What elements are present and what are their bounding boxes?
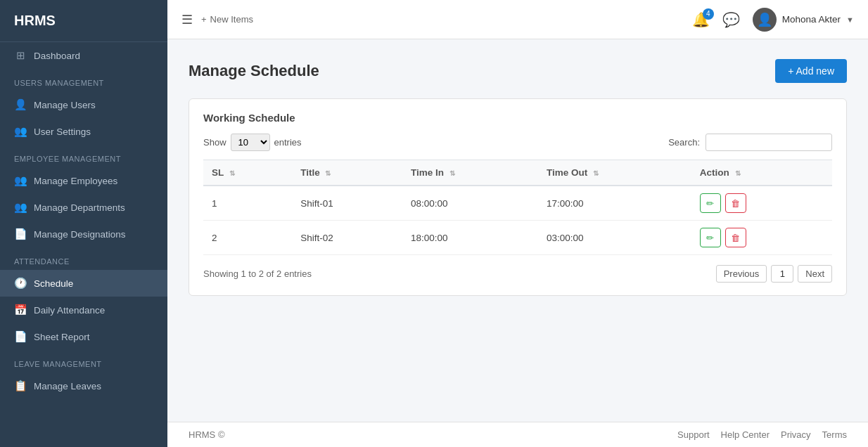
pagination: Previous 1 Next <box>716 265 832 283</box>
col-action: Action ⇅ <box>691 160 832 186</box>
sidebar-item-label: Daily Attendance <box>34 305 105 316</box>
cell-title: Shift-01 <box>292 186 402 221</box>
footer-link-terms[interactable]: Terms <box>822 429 847 440</box>
sidebar-item-label: Manage Designations <box>34 229 126 240</box>
main-area: ☰ + New Items 🔔 4 💬 👤 Mohona Akter ▼ Man… <box>167 0 868 447</box>
dashboard-icon: ⊞ <box>14 49 27 62</box>
new-items-button[interactable]: + New Items <box>201 14 253 25</box>
designations-icon: 📄 <box>14 228 27 240</box>
card-title: Working Schedule <box>203 112 832 124</box>
topbar-right: 🔔 4 💬 👤 Mohona Akter ▼ <box>692 8 854 32</box>
table-header-row: SL ⇅ Title ⇅ Time In ⇅ Time Out ⇅ Action… <box>203 160 832 186</box>
sidebar-item-dashboard[interactable]: ⊞ Dashboard <box>0 42 167 69</box>
showing-text: Showing 1 to 2 of 2 entries <box>203 268 312 279</box>
notification-button[interactable]: 🔔 4 <box>692 11 710 28</box>
sidebar-item-manage-departments[interactable]: 👥 Manage Departments <box>0 194 167 221</box>
plus-icon: + <box>201 14 207 25</box>
new-items-label: New Items <box>210 14 253 25</box>
add-new-button[interactable]: + Add new <box>775 59 847 83</box>
sidebar-item-manage-employees[interactable]: 👥 Manage Employees <box>0 167 167 194</box>
user-icon: 👤 <box>14 98 27 111</box>
search-label: Search: <box>668 137 700 148</box>
entries-label: entries <box>274 137 302 148</box>
show-entries-control: Show 10 25 50 100 entries <box>203 134 302 151</box>
leaves-icon: 📋 <box>14 380 27 392</box>
footer: HRMS © Support Help Center Privacy Terms <box>167 422 868 447</box>
cell-sl: 1 <box>203 186 292 221</box>
sort-icon: ⇅ <box>325 169 331 177</box>
cell-action: ✏ 🗑 <box>691 221 832 255</box>
employees-icon: 👥 <box>14 174 27 187</box>
user-menu[interactable]: 👤 Mohona Akter ▼ <box>753 8 854 32</box>
delete-button[interactable]: 🗑 <box>725 193 746 213</box>
sidebar-logo: HRMS <box>0 0 167 42</box>
page-header: Manage Schedule + Add new <box>189 59 847 83</box>
sidebar-section-leave-management: Leave Management <box>0 350 167 372</box>
footer-copyright: HRMS © <box>189 429 224 440</box>
notification-badge: 4 <box>703 8 714 20</box>
sidebar-section-users-management: Users Management <box>0 69 167 91</box>
table-footer: Showing 1 to 2 of 2 entries Previous 1 N… <box>203 265 832 283</box>
sidebar-item-label: Dashboard <box>34 51 80 61</box>
table-row: 2 Shift-02 18:00:00 03:00:00 ✏ 🗑 <box>203 221 832 255</box>
col-time-in: Time In ⇅ <box>402 160 538 186</box>
col-sl: SL ⇅ <box>203 160 292 186</box>
edit-button[interactable]: ✏ <box>700 228 721 247</box>
sidebar-item-label: Schedule <box>34 278 73 289</box>
sidebar-item-label: Sheet Report <box>34 332 90 342</box>
sidebar-section-attendance: Attendance <box>0 247 167 270</box>
col-title: Title ⇅ <box>292 160 402 186</box>
schedule-icon: 🕐 <box>14 277 27 290</box>
footer-link-support[interactable]: Support <box>677 429 710 440</box>
sidebar: HRMS ⊞ Dashboard Users Management 👤 Mana… <box>0 0 167 447</box>
table-row: 1 Shift-01 08:00:00 17:00:00 ✏ 🗑 <box>203 186 832 221</box>
report-icon: 📄 <box>14 330 27 343</box>
search-box: Search: <box>668 134 832 151</box>
sidebar-item-user-settings[interactable]: 👥 User Settings <box>0 118 167 145</box>
delete-button[interactable]: 🗑 <box>725 228 746 247</box>
users-icon: 👥 <box>14 125 27 138</box>
avatar: 👤 <box>753 8 777 32</box>
cell-time-in: 08:00:00 <box>402 186 538 221</box>
action-buttons: ✏ 🗑 <box>700 193 824 213</box>
topbar-left: ☰ + New Items <box>181 12 253 27</box>
working-schedule-card: Working Schedule Show 10 25 50 100 entri… <box>189 98 847 296</box>
cell-time-out: 03:00:00 <box>538 221 691 255</box>
sidebar-section-employee-management: Employee Management <box>0 145 167 167</box>
entries-select[interactable]: 10 25 50 100 <box>231 134 270 151</box>
sidebar-item-daily-attendance[interactable]: 📅 Daily Attendance <box>0 297 167 323</box>
footer-links: Support Help Center Privacy Terms <box>677 429 847 440</box>
cell-action: ✏ 🗑 <box>691 186 832 221</box>
sort-icon: ⇅ <box>593 169 599 177</box>
cell-title: Shift-02 <box>292 221 402 255</box>
sidebar-item-label: Manage Leaves <box>34 381 101 391</box>
calendar-icon: 📅 <box>14 304 27 316</box>
sidebar-item-manage-leaves[interactable]: 📋 Manage Leaves <box>0 372 167 399</box>
sidebar-item-sheet-report[interactable]: 📄 Sheet Report <box>0 323 167 350</box>
action-buttons: ✏ 🗑 <box>700 228 824 247</box>
sidebar-item-manage-designations[interactable]: 📄 Manage Designations <box>0 221 167 247</box>
sidebar-item-manage-users[interactable]: 👤 Manage Users <box>0 91 167 118</box>
next-button[interactable]: Next <box>798 265 832 283</box>
footer-link-privacy[interactable]: Privacy <box>781 429 811 440</box>
messages-button[interactable]: 💬 <box>722 11 740 28</box>
sidebar-item-label: Manage Departments <box>34 202 125 213</box>
table-controls: Show 10 25 50 100 entries Search: <box>203 134 832 151</box>
sort-icon: ⇅ <box>735 169 741 177</box>
search-input[interactable] <box>706 134 832 151</box>
show-label: Show <box>203 137 226 148</box>
hamburger-icon[interactable]: ☰ <box>181 12 193 27</box>
prev-button[interactable]: Previous <box>716 265 767 283</box>
departments-icon: 👥 <box>14 201 27 214</box>
sidebar-item-schedule[interactable]: 🕐 Schedule <box>0 270 167 297</box>
edit-button[interactable]: ✏ <box>700 193 721 213</box>
col-time-out: Time Out ⇅ <box>538 160 691 186</box>
schedule-table: SL ⇅ Title ⇅ Time In ⇅ Time Out ⇅ Action… <box>203 160 832 255</box>
cell-time-out: 17:00:00 <box>538 186 691 221</box>
chevron-down-icon: ▼ <box>846 15 854 24</box>
sidebar-item-label: User Settings <box>34 127 91 137</box>
sort-icon: ⇅ <box>449 169 455 177</box>
main-content: Manage Schedule + Add new Working Schedu… <box>167 39 868 422</box>
footer-link-help-center[interactable]: Help Center <box>721 429 770 440</box>
page-title: Manage Schedule <box>189 62 319 80</box>
